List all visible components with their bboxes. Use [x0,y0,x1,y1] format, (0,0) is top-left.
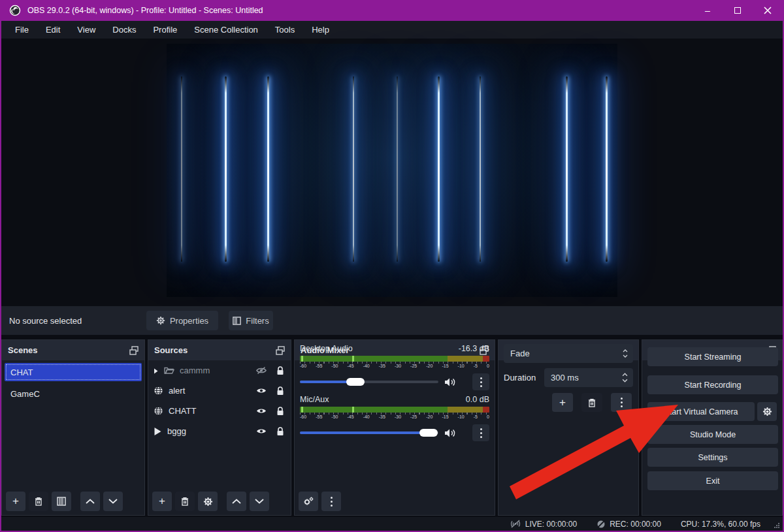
add-transition-button[interactable]: + [552,393,573,412]
lock-icon[interactable] [276,427,284,436]
maximize-icon [734,7,741,14]
menu-docks[interactable]: Docks [104,21,144,39]
meter-scale-tick: -40 [363,415,370,419]
filters-button[interactable]: Filters [229,311,273,330]
mixer-menu-button[interactable] [321,492,341,511]
channel-name: Mic/Aux [300,395,329,404]
volume-slider[interactable] [300,381,438,383]
source-properties-button[interactable] [198,492,218,511]
scene-filters-button[interactable] [52,492,71,511]
start-virtual-camera-button[interactable]: Start Virtual Camera [647,402,755,421]
menu-view[interactable]: View [69,21,104,39]
menu-help[interactable]: Help [303,21,338,39]
neon-line [480,76,481,261]
volume-meter [300,356,489,362]
source-row-bggg[interactable]: bggg [148,421,291,441]
scene-name: GameC [10,389,40,399]
studio-mode-button[interactable]: Studio Mode [647,425,778,444]
remove-source-button[interactable] [175,492,195,511]
scenes-panel: Scenes CHAT GameC + [1,339,145,516]
maximize-button[interactable] [723,0,753,21]
menu-scene-collection[interactable]: Scene Collection [186,21,267,39]
visibility-off-icon[interactable] [255,366,267,375]
exit-button[interactable]: Exit [647,471,778,490]
popout-icon[interactable] [276,346,285,355]
neon-line [606,76,608,261]
live-timer: LIVE: 00:00:00 [525,520,577,529]
start-recording-button[interactable]: Start Recording [647,375,778,394]
trash-icon [180,497,189,506]
meter-scale-tick: -60 [300,364,306,368]
meter-scale-tick: -55 [316,364,322,368]
slider-handle[interactable] [419,429,438,437]
preview-canvas[interactable] [167,44,617,297]
scenes-panel-header: Scenes [2,340,144,360]
kebab-menu-icon [621,398,623,407]
properties-label: Properties [170,316,208,326]
virtual-camera-config-button[interactable] [757,402,777,421]
menu-tools[interactable]: Tools [267,21,303,39]
menu-edit[interactable]: Edit [37,21,69,39]
resize-grip[interactable] [774,523,780,529]
lock-icon[interactable] [276,366,284,375]
meter-scale-tick: -20 [426,364,433,368]
preview-area[interactable] [1,39,783,306]
visibility-on-icon[interactable] [255,427,267,435]
visibility-on-icon[interactable] [255,386,267,395]
volume-slider[interactable] [300,431,438,434]
advanced-audio-button[interactable] [299,492,318,511]
properties-button[interactable]: Properties [146,311,218,330]
source-row-cammm[interactable]: cammm [148,360,291,381]
source-down-button[interactable] [250,492,269,511]
speaker-icon[interactable] [444,428,456,438]
popout-icon[interactable] [129,346,139,355]
source-row-chatt[interactable]: CHATT [148,401,291,421]
remove-transition-button[interactable] [581,393,602,412]
slider-handle[interactable] [346,378,365,386]
channel-menu-button[interactable] [472,373,489,390]
neon-line [566,76,568,261]
meter-scale-tick: -55 [316,415,322,419]
add-source-button[interactable]: + [152,492,172,511]
minimize-button[interactable]: – [693,0,723,21]
scene-item-chat[interactable]: CHAT [5,363,142,381]
scenes-toolbar: + [6,492,123,511]
channel-menu-button[interactable] [472,424,489,441]
visibility-on-icon[interactable] [255,407,267,415]
kebab-menu-icon [480,428,482,438]
meter-scale-tick: -15 [442,364,448,368]
status-bar: LIVE: 00:00:00 REC: 00:00:00 CPU: 17.3%,… [1,517,783,531]
lock-icon[interactable] [276,386,284,396]
source-name: bggg [167,426,250,436]
source-row-alert[interactable]: alert [148,381,291,401]
expand-caret-icon[interactable] [154,368,159,373]
channel-volume-db: 0.0 dB [466,395,489,404]
speaker-icon[interactable] [444,377,456,387]
lock-icon[interactable] [276,407,284,416]
transition-select[interactable]: Fade [504,344,633,363]
spinner-chevrons-icon[interactable] [622,373,628,383]
scene-down-button[interactable] [103,492,123,511]
source-up-button[interactable] [227,492,246,511]
remove-scene-button[interactable] [29,492,48,511]
settings-button[interactable]: Settings [647,448,778,467]
select-chevrons-icon [623,349,628,358]
start-streaming-button[interactable]: Start Streaming [647,347,778,366]
menu-bar: File Edit View Docks Profile Scene Colle… [1,21,783,39]
menu-profile[interactable]: Profile [144,21,186,39]
sources-toolbar: + [152,492,269,511]
add-scene-button[interactable]: + [6,492,25,511]
scene-up-button[interactable] [80,492,100,511]
globe-icon [154,386,163,396]
transition-menu-button[interactable] [611,393,632,412]
source-name: CHATT [169,406,250,416]
neon-line [438,76,440,261]
source-name: cammm [180,366,250,375]
meter-scale-tick: -40 [363,364,370,368]
scene-item-gamec[interactable]: GameC [2,384,144,403]
duration-spinbox[interactable]: 300 ms [544,368,633,387]
menu-file[interactable]: File [7,21,37,39]
close-button[interactable] [753,0,783,21]
scene-name: CHAT [10,368,33,377]
duration-label: Duration [504,368,536,387]
